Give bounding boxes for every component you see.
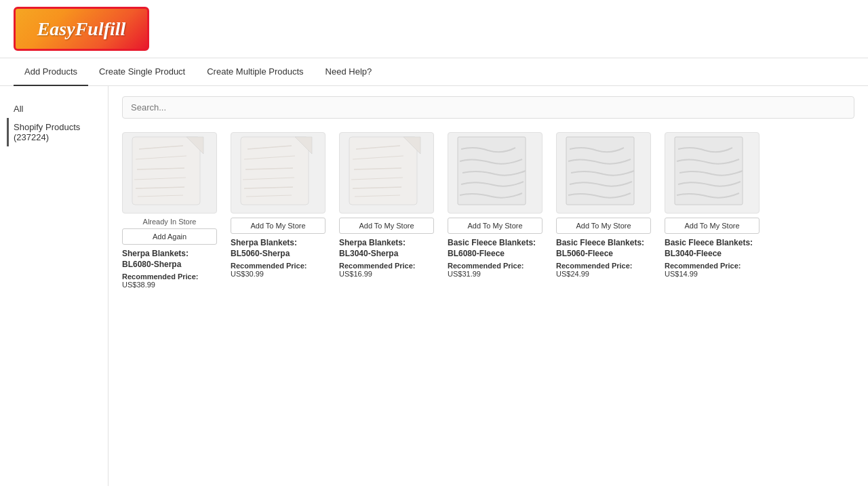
header: EasyFulfill [0, 0, 868, 58]
product-rec-label: Recommended Price: [448, 262, 542, 270]
product-image [339, 132, 434, 214]
product-name: Basic Fleece Blankets: BL3040-Fleece [665, 238, 760, 259]
product-rec-label: Recommended Price: [556, 262, 651, 270]
product-card: Add To My Store Basic Fleece Blankets: B… [448, 132, 542, 289]
product-rec-label: Recommended Price: [665, 262, 760, 270]
add-to-store-button[interactable]: Add To My Store [448, 218, 542, 234]
add-to-store-button[interactable]: Add To My Store [556, 218, 651, 234]
product-name: Sherpa Blankets: BL5060-Sherpa [231, 238, 326, 259]
add-to-store-button[interactable]: Add To My Store [665, 218, 760, 234]
product-name: Basic Fleece Blankets: BL5060-Fleece [556, 238, 651, 259]
nav-item-need-help[interactable]: Need Help? [315, 58, 383, 86]
main-layout: All Shopify Products (237224) Already In… [0, 86, 868, 486]
nav-item-create-multiple[interactable]: Create Multiple Products [196, 58, 314, 86]
product-card: Add To My Store Sherpa Blankets: BL3040-… [339, 132, 434, 289]
add-to-store-button[interactable]: Add To My Store [339, 218, 434, 234]
sidebar-item-all[interactable]: All [7, 100, 101, 118]
product-image [556, 132, 651, 214]
product-price: US$16.99 [339, 270, 434, 278]
add-again-button[interactable]: Add Again [122, 228, 217, 245]
sidebar-item-shopify-products[interactable]: Shopify Products (237224) [7, 118, 101, 146]
product-name: Sherpa Blankets: BL3040-Sherpa [339, 238, 434, 259]
product-rec-label: Recommended Price: [122, 272, 217, 281]
product-name: Sherpa Blankets: BL6080-Sherpa [122, 249, 217, 270]
product-card: Add To My Store Sherpa Blankets: BL5060-… [231, 132, 326, 289]
logo[interactable]: EasyFulfill [14, 7, 149, 51]
product-rec-label: Recommended Price: [339, 262, 434, 270]
nav-item-create-single[interactable]: Create Single Product [88, 58, 196, 86]
product-price: US$24.99 [556, 270, 651, 278]
product-rec-label: Recommended Price: [231, 262, 326, 270]
product-price: US$38.99 [122, 281, 217, 289]
product-image [122, 132, 217, 214]
product-name: Basic Fleece Blankets: BL6080-Fleece [448, 238, 542, 259]
product-card: Add To My Store Basic Fleece Blankets: B… [665, 132, 760, 289]
nav-item-add-products[interactable]: Add Products [14, 58, 88, 86]
product-grid: Already In Store Add Again Sherpa Blanke… [122, 132, 854, 289]
product-price: US$14.99 [665, 270, 760, 278]
content: Already In Store Add Again Sherpa Blanke… [108, 86, 868, 486]
sidebar: All Shopify Products (237224) [0, 86, 108, 486]
product-image [231, 132, 326, 214]
add-to-store-button[interactable]: Add To My Store [231, 218, 326, 234]
product-image [665, 132, 760, 214]
product-card: Already In Store Add Again Sherpa Blanke… [122, 132, 217, 289]
product-image [448, 132, 542, 214]
product-price: US$30.99 [231, 270, 326, 278]
product-price: US$31.99 [448, 270, 542, 278]
product-card: Add To My Store Basic Fleece Blankets: B… [556, 132, 651, 289]
already-in-store-label: Already In Store [122, 218, 217, 226]
logo-text: EasyFulfill [37, 18, 126, 40]
search-input[interactable] [122, 96, 854, 119]
nav: Add Products Create Single Product Creat… [0, 58, 868, 86]
